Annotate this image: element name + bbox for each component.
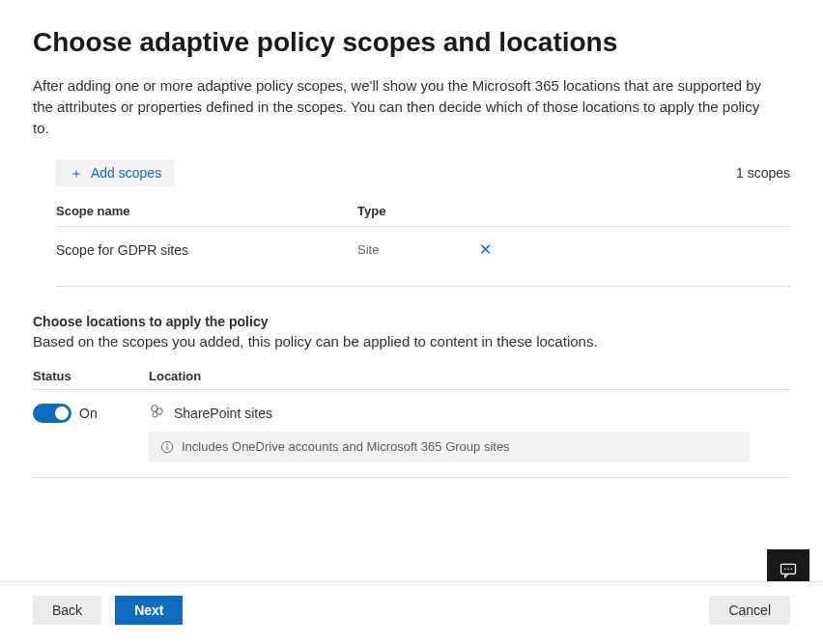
scopes-toolbar: ＋ Add scopes 1 scopes [56,159,790,186]
svg-point-2 [153,412,157,417]
remove-scope-button[interactable]: ✕ [473,238,497,261]
status-toggle-wrap: On [33,404,149,423]
svg-point-5 [166,443,167,444]
svg-point-9 [791,569,793,571]
location-name-text: SharePoint sites [174,406,272,421]
scope-row-name: Scope for GDPR sites [56,242,357,258]
svg-point-8 [787,569,789,571]
content-area: Choose adaptive policy scopes and locati… [0,0,823,478]
table-row: On SharePoint sites Includes OneDrive ac… [33,390,790,478]
scope-col-name: Scope name [56,204,357,218]
next-button[interactable]: Next [115,596,183,625]
add-scopes-button[interactable]: ＋ Add scopes [56,159,175,186]
page-title: Choose adaptive policy scopes and locati… [33,27,790,58]
locations-section-desc: Based on the scopes you added, this poli… [33,333,790,350]
info-icon [160,440,174,454]
location-name: SharePoint sites [149,404,790,422]
close-icon: ✕ [479,241,492,258]
sharepoint-icon [149,404,164,422]
toggle-knob [55,406,69,420]
scope-table-header: Scope name Type [56,196,790,227]
add-scopes-label: Add scopes [91,165,161,181]
plus-icon: ＋ [70,166,83,180]
status-toggle-label: On [79,406,98,421]
table-row: Scope for GDPR sites Site ✕ [56,227,790,287]
scope-table: Scope name Type Scope for GDPR sites Sit… [56,196,790,287]
scope-count: 1 scopes [736,165,790,181]
status-toggle[interactable] [33,404,71,423]
scope-col-type: Type [357,204,473,218]
feedback-icon [779,561,798,580]
loc-col-location: Location [149,369,790,383]
wizard-footer: Back Next Cancel [0,581,823,644]
back-button[interactable]: Back [33,596,101,625]
svg-point-7 [784,569,786,571]
loc-col-status: Status [33,369,149,383]
page-intro: After adding one or more adaptive policy… [33,75,767,138]
cancel-button[interactable]: Cancel [709,596,790,625]
location-table-header: Status Location [33,363,790,390]
scope-row-type: Site [357,242,473,257]
scopes-section: ＋ Add scopes 1 scopes Scope name Type Sc… [33,159,790,287]
locations-section-label: Choose locations to apply the policy [33,314,790,329]
page-root: { "header": { "title": "Choose adaptive … [0,0,823,644]
location-notice-text: Includes OneDrive accounts and Microsoft… [182,439,510,454]
footer-left: Back Next [33,596,183,625]
location-notice: Includes OneDrive accounts and Microsoft… [149,432,750,462]
